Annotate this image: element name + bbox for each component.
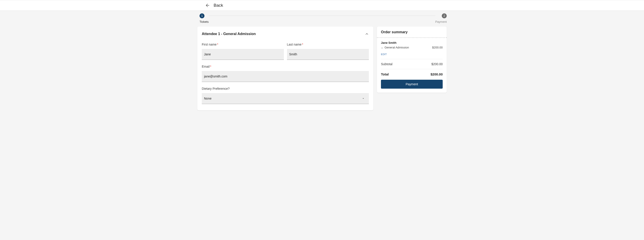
line-item-label: General Admission <box>384 46 409 49</box>
dietary-field-group: Dietary Preference? <box>202 87 369 104</box>
chevron-up-icon[interactable] <box>365 32 369 36</box>
divider <box>381 59 443 59</box>
step-number-2: 2 <box>442 13 447 18</box>
edit-link[interactable]: EDIT <box>381 53 387 56</box>
last-name-field-group: Last name* <box>287 43 369 60</box>
order-summary-title: Order summary <box>381 30 443 34</box>
step-label-tickets: Tickets <box>200 20 209 23</box>
dietary-select[interactable] <box>202 93 369 104</box>
subtotal-row: Subtotal $200.00 <box>381 62 443 66</box>
first-name-input[interactable] <box>202 49 284 60</box>
total-value: $200.00 <box>430 72 443 76</box>
subtotal-label: Subtotal <box>381 62 392 66</box>
order-summary-card: Order summary Jane Smith General Admissi… <box>377 26 447 93</box>
last-name-label: Last name* <box>287 43 369 46</box>
dietary-label: Dietary Preference? <box>202 87 369 90</box>
step-connector <box>209 16 435 16</box>
remove-item-icon[interactable] <box>381 46 383 49</box>
dotted-divider <box>377 37 447 38</box>
back-arrow-icon[interactable] <box>205 3 210 8</box>
buyer-name: Jane Smith <box>381 41 443 44</box>
attendee-form-card: Attendee 1 - General Admission First nam… <box>197 26 373 110</box>
step-payment[interactable]: 2 Payment <box>435 13 447 23</box>
step-label-payment: Payment <box>435 20 447 23</box>
last-name-input[interactable] <box>287 49 369 60</box>
first-name-field-group: First name* <box>202 43 284 60</box>
email-field-group: Email* <box>202 65 369 82</box>
line-item-price: $200.00 <box>432 46 443 49</box>
line-item: General Admission $200.00 <box>381 46 443 49</box>
email-label: Email* <box>202 65 369 68</box>
step-number-1: 1 <box>200 13 204 18</box>
attendee-title: Attendee 1 - General Admission <box>202 32 256 36</box>
top-bar: Back <box>0 0 644 11</box>
email-input[interactable] <box>202 71 369 82</box>
total-label: Total <box>381 72 389 76</box>
stepper: 1 Tickets 2 Payment <box>197 11 447 26</box>
first-name-label: First name* <box>202 43 284 46</box>
subtotal-value: $200.00 <box>431 62 443 66</box>
payment-button[interactable]: Payment <box>381 80 443 89</box>
back-label[interactable]: Back <box>214 3 223 8</box>
step-tickets[interactable]: 1 Tickets <box>200 13 209 23</box>
total-row: Total $200.00 <box>381 72 443 76</box>
